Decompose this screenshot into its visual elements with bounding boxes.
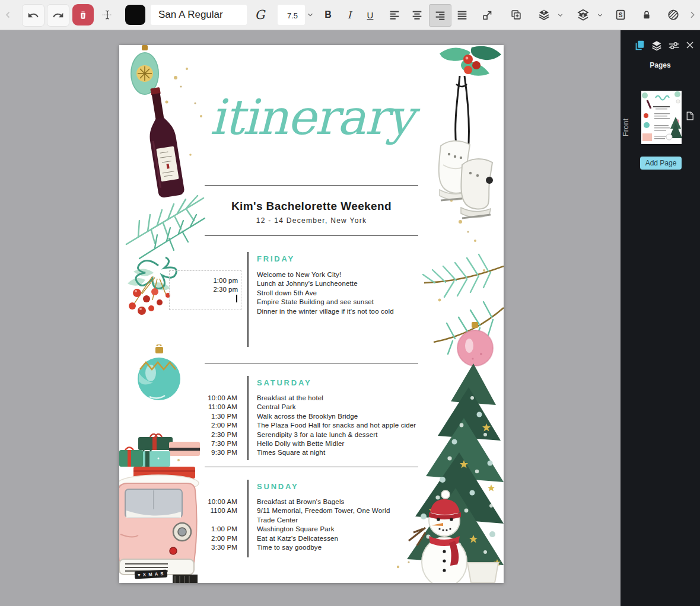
s-badge-icon: S <box>614 8 627 21</box>
time-line: 10:00 AM <box>154 497 237 506</box>
time-line: 7:30 PM <box>154 439 237 448</box>
chevron-down-icon <box>306 11 314 19</box>
activity-line: Time to say goodbye <box>257 543 423 552</box>
align-center-button[interactable] <box>406 4 428 25</box>
close-icon <box>684 39 696 51</box>
divider-line <box>205 235 418 236</box>
sunday-times-textbox[interactable]: 10:00 AM 1100 AM 1:00 PM 2:00 PM 3:30 PM <box>154 497 237 552</box>
trash-icon <box>78 9 88 20</box>
time-line: 1100 AM <box>154 506 237 515</box>
activity-line: Breakfast at Brown's Bagels <box>257 497 423 506</box>
delete-button[interactable] <box>72 4 94 25</box>
font-size-dropdown-button[interactable] <box>306 11 314 21</box>
justify-icon <box>456 8 469 21</box>
text-color-swatch[interactable] <box>125 5 145 25</box>
page-thumbnail[interactable] <box>641 91 682 144</box>
saturday-times-textbox[interactable]: 10:00 AM 11:00 AM 1:30 PM 2:00 PM 2:30 P… <box>154 394 237 458</box>
sunday-rule <box>247 480 249 557</box>
redo-button[interactable] <box>47 4 69 27</box>
time-line: 2:00 PM <box>154 421 237 430</box>
time-line: 1:00 pm <box>170 276 238 285</box>
align-right-button[interactable] <box>429 4 451 27</box>
underline-button[interactable]: U <box>359 4 381 25</box>
pages-tab-button[interactable] <box>633 39 646 52</box>
font-family-select[interactable]: San A Regular <box>151 5 247 25</box>
texture-sphere-icon <box>667 8 680 21</box>
sunday-heading[interactable]: SUNDAY <box>257 482 299 491</box>
undo-icon <box>27 9 39 21</box>
toolbar: San A Regular G B I U <box>0 0 700 30</box>
time-line: 11:00 AM <box>154 403 237 412</box>
time-line: 2:30 pm <box>170 285 238 294</box>
document-title[interactable]: itinerary <box>119 89 504 145</box>
chevron-down-icon <box>596 11 604 19</box>
activity-line: Lunch at Johnny's Luncheonette <box>257 279 435 288</box>
chevron-right-icon <box>688 10 697 20</box>
add-page-button[interactable]: Add Page <box>640 157 682 170</box>
font-family-value: San A Regular <box>158 9 223 21</box>
text-cursor-tool-button[interactable] <box>97 4 118 25</box>
bold-button[interactable]: B <box>317 4 339 25</box>
duplicate-button[interactable] <box>505 4 527 25</box>
lock-icon <box>641 9 653 21</box>
align-left-icon <box>388 8 401 21</box>
time-line: 1:30 PM <box>154 412 237 421</box>
time-line <box>154 516 237 525</box>
friday-times-textbox-selected[interactable]: 1:00 pm 2:30 pm <box>169 270 241 310</box>
activity-line: Times Square at night <box>257 448 435 457</box>
italic-icon: I <box>348 9 351 21</box>
lock-button[interactable] <box>636 4 657 25</box>
time-line: 2:00 PM <box>154 534 237 543</box>
panel-title: Pages <box>621 61 700 69</box>
time-line: 9:30 PM <box>154 448 237 457</box>
layers-tab-button[interactable] <box>650 39 663 52</box>
activity-line: Dinner in the winter village if it's not… <box>257 307 435 316</box>
friday-activities-textbox[interactable]: Welcome to New York City! Lunch at Johnn… <box>257 270 435 316</box>
undo-button[interactable] <box>22 4 44 27</box>
document-subheading[interactable]: 12 - 14 December, New York <box>119 216 504 225</box>
toolbar-overflow-button[interactable] <box>685 4 700 25</box>
bring-forward-icon <box>537 8 551 22</box>
close-panel-button[interactable] <box>684 39 697 52</box>
activity-line: Stroll down 5th Ave <box>257 289 435 298</box>
activity-line: Walk across the Brooklyn Bridge <box>257 412 435 421</box>
saturday-heading[interactable]: SATURDAY <box>257 378 311 387</box>
activity-line: Serendipity 3 for a late lunch & dessert <box>257 430 435 439</box>
collapse-left-button[interactable] <box>0 4 17 25</box>
teal-ball-ornament-illustration[interactable] <box>132 345 186 401</box>
send-backward-options-button[interactable] <box>596 11 604 21</box>
activity-line: Central Park <box>257 403 435 412</box>
bring-forward-button[interactable] <box>533 4 555 25</box>
duplicate-page-button[interactable] <box>685 110 695 124</box>
redo-icon <box>52 9 64 21</box>
send-backward-button[interactable] <box>572 4 594 25</box>
resize-button[interactable] <box>477 4 498 25</box>
italic-button[interactable]: I <box>339 4 360 25</box>
underline-icon: U <box>367 10 374 20</box>
page-thumbnail-preview <box>641 91 682 144</box>
document-heading[interactable]: Kim's Bachelorette Weekend <box>119 200 504 213</box>
font-size-input[interactable] <box>278 5 307 26</box>
divider-line <box>205 185 418 186</box>
page-copy-icon <box>685 110 695 122</box>
glyphs-button[interactable]: G <box>252 4 268 25</box>
text-cursor <box>236 295 237 302</box>
activity-line: Empire State Building and see sunset <box>257 298 435 307</box>
sunday-activities-textbox[interactable]: Breakfast at Brown's Bagels 9/11 Memoria… <box>257 497 423 552</box>
send-backward-icon <box>576 8 590 22</box>
activity-line: Eat at Katz's Delicatessen <box>257 534 423 543</box>
friday-heading[interactable]: FRIDAY <box>257 254 295 263</box>
saturday-activities-textbox[interactable]: Breakfast at the hotel Central Park Walk… <box>257 394 435 458</box>
time-line: 1:00 PM <box>154 525 237 534</box>
adjustments-icon <box>667 39 680 52</box>
settings-tab-button[interactable] <box>667 39 680 52</box>
activity-line: Hello Dolly with Bette Midler <box>257 439 435 448</box>
texture-fill-button[interactable] <box>663 4 684 25</box>
divider-line <box>205 467 418 467</box>
bring-forward-options-button[interactable] <box>556 11 564 21</box>
justify-button[interactable] <box>451 4 473 25</box>
layers-icon <box>650 39 663 52</box>
align-left-button[interactable] <box>384 4 405 25</box>
styles-button[interactable]: S <box>610 4 631 25</box>
activity-line: Trade Center <box>257 516 423 525</box>
